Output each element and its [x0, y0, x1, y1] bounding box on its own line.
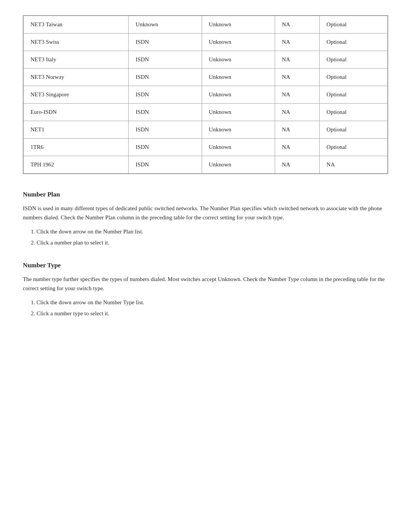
table-cell: ISDN — [129, 51, 202, 69]
table-cell: Unknown — [202, 121, 275, 139]
table-cell: NET3 Norway — [24, 69, 129, 86]
table-cell: ISDN — [129, 86, 202, 104]
number-type-steps: Click the down arrow on the Number Type … — [23, 297, 388, 319]
table-cell: Unknown — [202, 104, 275, 121]
table-row: NET1ISDNUnknownNAOptional — [24, 121, 388, 139]
table-cell: Unknown — [202, 16, 275, 34]
list-item: Click a number type to select it. — [37, 308, 388, 319]
table-cell: Unknown — [202, 51, 275, 69]
table-cell: Unknown — [202, 69, 275, 86]
table-cell: NA — [275, 156, 319, 174]
table-cell: ISDN — [129, 104, 202, 121]
table-cell: Euro-ISDN — [24, 104, 129, 121]
table-cell: TPH 1962 — [24, 156, 129, 174]
table-cell: Unknown — [202, 34, 275, 51]
table-cell: Optional — [320, 121, 388, 139]
number-type-section: Number Type The number type further spec… — [23, 262, 388, 319]
table-cell: Optional — [320, 51, 388, 69]
table-cell: NA — [275, 86, 319, 104]
table-cell: NA — [275, 34, 319, 51]
table-cell: ISDN — [129, 121, 202, 139]
table-cell: NA — [275, 51, 319, 69]
list-item: Click a number plan to select it. — [37, 238, 388, 248]
table-cell: NET3 Swiss — [24, 34, 129, 51]
table-row: NET3 NorwayISDNUnknownNAOptional — [24, 69, 388, 86]
table-cell: Unknown — [129, 16, 202, 34]
table-cell: ISDN — [129, 34, 202, 51]
table-cell: Optional — [320, 139, 388, 156]
table-cell: NA — [275, 69, 319, 86]
table-row: 1TR6ISDNUnknownNAOptional — [24, 139, 388, 156]
table-row: NET3 SingaporeISDNUnknownNAOptional — [24, 86, 388, 104]
table-cell: Optional — [320, 16, 388, 34]
table-cell: NET3 Taiwan — [24, 16, 129, 34]
table-cell: ISDN — [129, 156, 202, 174]
number-plan-body: ISDN is used in many different types of … — [23, 204, 388, 222]
table-cell: NA — [320, 156, 388, 174]
table-row: NET3 TaiwanUnknownUnknownNAOptional — [24, 16, 388, 34]
table-cell: 1TR6 — [24, 139, 129, 156]
table-cell: ISDN — [129, 139, 202, 156]
table-cell: Optional — [320, 86, 388, 104]
table-cell: Optional — [320, 69, 388, 86]
table-cell: NET1 — [24, 121, 129, 139]
table-cell: Optional — [320, 104, 388, 121]
table-cell: Unknown — [202, 156, 275, 174]
number-plan-section: Number Plan ISDN is used in many differe… — [23, 191, 388, 248]
table-cell: NA — [275, 121, 319, 139]
list-item: Click the down arrow on the Number Plan … — [37, 227, 388, 237]
table-row: Euro-ISDNISDNUnknownNAOptional — [24, 104, 388, 121]
table-cell: NA — [275, 104, 319, 121]
number-plan-steps: Click the down arrow on the Number Plan … — [23, 227, 388, 248]
table-cell: Optional — [320, 34, 388, 51]
switch-table: NET3 TaiwanUnknownUnknownNAOptionalNET3 … — [23, 15, 388, 174]
table-cell: NET3 Italy — [24, 51, 129, 69]
table-cell: ISDN — [129, 69, 202, 86]
number-type-title: Number Type — [23, 262, 388, 269]
table-row: NET3 ItalyISDNUnknownNAOptional — [24, 51, 388, 69]
table-cell: NET3 Singapore — [24, 86, 129, 104]
table-cell: NA — [275, 139, 319, 156]
table-cell: Unknown — [202, 139, 275, 156]
table-row: TPH 1962ISDNUnknownNANA — [24, 156, 388, 174]
number-plan-title: Number Plan — [23, 191, 388, 198]
number-type-body: The number type further specifies the ty… — [23, 275, 388, 293]
table-cell: NA — [275, 16, 319, 34]
list-item: Click the down arrow on the Number Type … — [37, 297, 388, 308]
table-cell: Unknown — [202, 86, 275, 104]
table-row: NET3 SwissISDNUnknownNAOptional — [24, 34, 388, 51]
